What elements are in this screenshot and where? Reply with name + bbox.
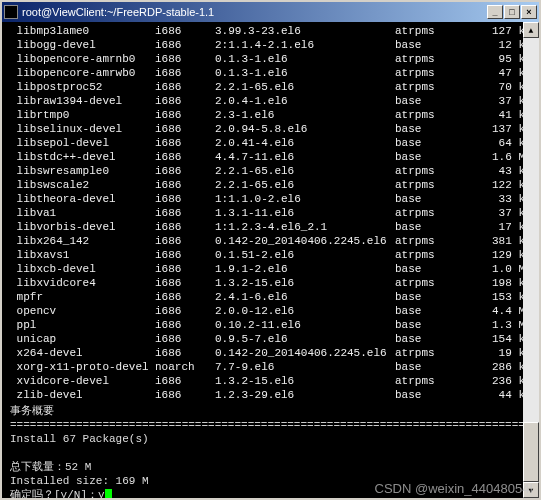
package-row: libx264_142i6860.142-20_20140406.2245.el… bbox=[10, 234, 531, 248]
confirm-input[interactable]: y bbox=[98, 489, 105, 498]
package-row: librtmp0i6862.3-1.el6atrpms41 k bbox=[10, 108, 531, 122]
package-row: libogg-develi6862:1.1.4-2.1.el6base12 k bbox=[10, 38, 531, 52]
confirm-prompt: 确定吗？[y/N]：y bbox=[10, 488, 531, 498]
package-row: libxcb-develi6861.9.1-2.el6base1.0 M bbox=[10, 262, 531, 276]
install-count: Install 67 Package(s) bbox=[10, 432, 531, 446]
package-row: libmp3lame0i6863.99.3-23.el6atrpms127 k bbox=[10, 24, 531, 38]
download-size: 总下载量：52 M bbox=[10, 460, 531, 474]
package-row: libxavs1i6860.1.51-2.el6atrpms129 k bbox=[10, 248, 531, 262]
scroll-track[interactable] bbox=[523, 38, 539, 482]
package-row: xvidcore-develi6861.3.2-15.el6atrpms236 … bbox=[10, 374, 531, 388]
minimize-button[interactable]: _ bbox=[487, 5, 503, 19]
package-row: libvorbis-develi6861:1.2.3-4.el6_2.1base… bbox=[10, 220, 531, 234]
scroll-thumb[interactable] bbox=[523, 422, 539, 482]
package-row: libpostproc52i6862.2.1-65.el6atrpms70 k bbox=[10, 80, 531, 94]
window-title: root@ViewClient:~/FreeRDP-stable-1.1 bbox=[22, 6, 487, 18]
package-row: libtheora-develi6861:1.1.0-2.el6base33 k bbox=[10, 192, 531, 206]
scroll-up-button[interactable]: ▲ bbox=[523, 22, 539, 38]
package-row: libopencore-amrnb0i6860.1.3-1.el6atrpms9… bbox=[10, 52, 531, 66]
titlebar: root@ViewClient:~/FreeRDP-stable-1.1 _ □… bbox=[2, 2, 539, 22]
scrollbar[interactable]: ▲ ▼ bbox=[523, 22, 539, 498]
package-row: libstdc++-develi6864.4.7-11.el6base1.6 M bbox=[10, 150, 531, 164]
package-row: libswresample0i6862.2.1-65.el6atrpms43 k bbox=[10, 164, 531, 178]
package-row: libxvidcore4i6861.3.2-15.el6atrpms198 k bbox=[10, 276, 531, 290]
package-row: mpfri6862.4.1-6.el6base153 k bbox=[10, 290, 531, 304]
summary-heading: 事务概要 bbox=[10, 404, 531, 418]
package-row: x264-develi6860.142-20_20140406.2245.el6… bbox=[10, 346, 531, 360]
divider: ========================================… bbox=[10, 418, 531, 432]
package-row: xorg-x11-proto-develnoarch7.7-9.el6base2… bbox=[10, 360, 531, 374]
package-row: libopencore-amrwb0i6860.1.3-1.el6atrpms4… bbox=[10, 66, 531, 80]
package-row: opencvi6862.0.0-12.el6base4.4 M bbox=[10, 304, 531, 318]
package-row: zlib-develi6861.2.3-29.el6base44 k bbox=[10, 388, 531, 402]
package-row: libselinux-develi6862.0.94-5.8.el6base13… bbox=[10, 122, 531, 136]
package-row: ppli6860.10.2-11.el6base1.3 M bbox=[10, 318, 531, 332]
installed-size: Installed size: 169 M bbox=[10, 474, 531, 488]
app-icon bbox=[4, 5, 18, 19]
package-row: libswscale2i6862.2.1-65.el6atrpms122 k bbox=[10, 178, 531, 192]
terminal-output[interactable]: libmp3lame0i6863.99.3-23.el6atrpms127 k … bbox=[2, 22, 539, 498]
close-button[interactable]: × bbox=[521, 5, 537, 19]
scroll-down-button[interactable]: ▼ bbox=[523, 482, 539, 498]
package-row: libva1i6861.3.1-11.el6atrpms37 k bbox=[10, 206, 531, 220]
cursor bbox=[105, 489, 112, 498]
package-row: unicapi6860.9.5-7.el6base154 k bbox=[10, 332, 531, 346]
package-row: libsepol-develi6862.0.41-4.el6base64 k bbox=[10, 136, 531, 150]
maximize-button[interactable]: □ bbox=[504, 5, 520, 19]
package-row: libraw1394-develi6862.0.4-1.el6base37 k bbox=[10, 94, 531, 108]
